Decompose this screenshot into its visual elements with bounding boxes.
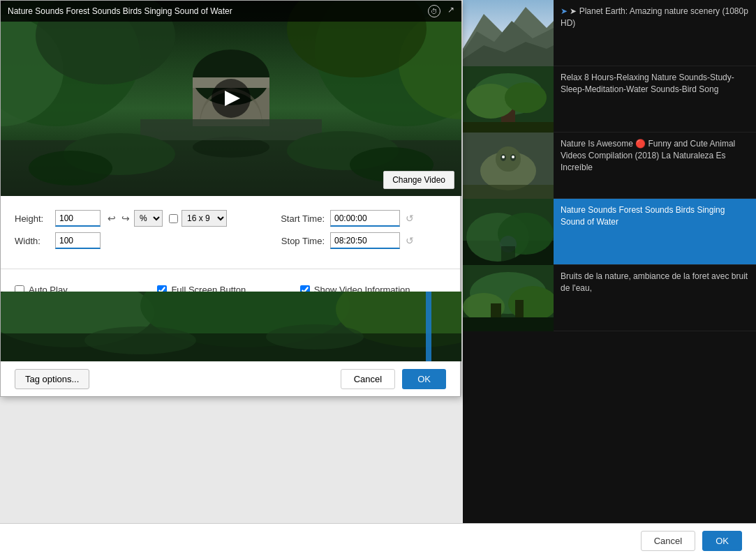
video-title: Nature Sounds Forest Sounds Birds Singin…: [561, 205, 725, 227]
height-undo-icon[interactable]: ↩: [106, 211, 117, 225]
thumbnail-image: [463, 133, 554, 199]
start-time-label: Start Time:: [276, 213, 325, 224]
video-title: Relax 8 Hours-Relaxing Nature Sounds-Stu…: [561, 73, 734, 94]
time-settings-section: Start Time: ↺ Stop Time: ↺: [276, 210, 414, 255]
height-label: Height:: [15, 213, 50, 224]
svg-rect-17: [463, 185, 554, 199]
stop-time-reset-icon[interactable]: ↺: [406, 235, 414, 246]
svg-rect-43: [140, 119, 322, 140]
bottom-forest-strip: [1, 292, 461, 361]
video-title: Nature Is Awesome 🔴 Funny and Cute Anima…: [561, 139, 735, 172]
dimensions-group: Height: ↩ ↪ % px 16 x 9 4: [15, 210, 227, 255]
start-time-input[interactable]: [330, 210, 400, 227]
height-unit-select[interactable]: % px: [134, 210, 163, 227]
video-list-item[interactable]: Nature Is Awesome 🔴 Funny and Cute Anima…: [463, 133, 756, 199]
svg-point-15: [502, 156, 505, 158]
bottom-ok-button[interactable]: OK: [702, 531, 742, 551]
bottom-bar: Cancel OK: [0, 523, 756, 558]
video-thumbnail: [463, 265, 554, 331]
stop-time-label: Stop Time:: [276, 236, 325, 246]
start-time-reset-icon[interactable]: ↺: [406, 213, 414, 224]
video-preview-area: Nature Sounds Forest Sounds Birds Singin…: [1, 1, 461, 196]
footer-right: Cancel OK: [341, 369, 446, 389]
video-list-item[interactable]: Bruits de la nature, ambiance de la fore…: [463, 265, 756, 331]
play-button[interactable]: [212, 79, 251, 118]
video-title-icons: ⏱ ↗: [428, 5, 454, 17]
size-settings-section: Height: ↩ ↪ % px 16 x 9 4: [1, 196, 460, 269]
video-title-bar: Nature Sounds Forest Sounds Birds Singin…: [1, 1, 461, 22]
video-embed-dialog: Nature Sounds Forest Sounds Birds Singin…: [0, 0, 461, 397]
width-input[interactable]: [55, 232, 101, 249]
start-time-row: Start Time: ↺: [276, 210, 414, 227]
ok-button[interactable]: OK: [402, 369, 446, 389]
svg-rect-30: [463, 317, 554, 331]
video-info: Nature Is Awesome 🔴 Funny and Cute Anima…: [554, 133, 756, 198]
width-row: Width:: [15, 232, 227, 249]
separator: [1, 269, 460, 269]
video-list-item[interactable]: ➤ ➤ Planet Earth: Amazing nature scenery…: [463, 0, 756, 66]
thumbnail-image: [463, 0, 554, 66]
svg-rect-56: [426, 292, 431, 361]
width-label: Width:: [15, 236, 50, 246]
svg-point-16: [512, 156, 514, 158]
height-input[interactable]: [55, 210, 101, 227]
share-icon[interactable]: ↗: [447, 5, 454, 17]
tag-options-button[interactable]: Tag options...: [15, 369, 89, 389]
thumbnail-image: [463, 66, 554, 133]
video-info: ➤ ➤ Planet Earth: Amazing nature scenery…: [554, 0, 756, 66]
svg-point-12: [496, 146, 521, 172]
ratio-area: 16 x 9 4 x 3: [169, 210, 227, 227]
video-title: ➤ Planet Earth: Amazing nature scenery (…: [561, 6, 748, 28]
svg-rect-9: [463, 122, 554, 133]
svg-point-55: [266, 324, 364, 349]
ratio-checkbox[interactable]: [169, 214, 178, 223]
video-list-panel: ➤ ➤ Planet Earth: Amazing nature scenery…: [463, 0, 756, 530]
video-list-item-active[interactable]: Nature Sounds Forest Sounds Birds Singin…: [463, 199, 756, 265]
video-thumbnail: [463, 133, 554, 199]
clock-icon[interactable]: ⏱: [428, 5, 440, 17]
height-redo-icon[interactable]: ↪: [120, 211, 131, 225]
stop-time-row: Stop Time: ↺: [276, 232, 414, 249]
video-info: Bruits de la nature, ambiance de la fore…: [554, 265, 756, 331]
video-info: Relax 8 Hours-Relaxing Nature Sounds-Stu…: [554, 66, 756, 132]
video-thumbnail: [463, 66, 554, 133]
bottom-cancel-button[interactable]: Cancel: [641, 531, 695, 551]
svg-rect-23: [501, 246, 515, 265]
video-title-text: Nature Sounds Forest Sounds Birds Singin…: [8, 6, 428, 16]
video-title: Bruits de la nature, ambiance de la fore…: [561, 271, 748, 293]
stop-time-input[interactable]: [330, 232, 400, 249]
svg-point-8: [505, 82, 547, 113]
video-thumbnail: [463, 0, 554, 66]
height-row: Height: ↩ ↪ % px 16 x 9 4: [15, 210, 227, 227]
video-list-item[interactable]: Relax 8 Hours-Relaxing Nature Sounds-Stu…: [463, 66, 756, 133]
video-info: Nature Sounds Forest Sounds Birds Singin…: [554, 199, 756, 264]
svg-rect-53: [1, 333, 461, 361]
svg-point-54: [84, 326, 196, 354]
cancel-button[interactable]: Cancel: [341, 369, 395, 389]
thumbnail-image: [463, 199, 554, 265]
svg-point-47: [29, 151, 112, 186]
change-video-button[interactable]: Change Video: [383, 171, 454, 189]
ratio-select[interactable]: 16 x 9 4 x 3: [181, 210, 227, 227]
video-arrow: ➤: [561, 6, 570, 16]
dialog-footer: Tag options... Cancel OK: [1, 361, 460, 396]
thumbnail-image: [463, 265, 554, 331]
video-thumbnail: [463, 199, 554, 265]
